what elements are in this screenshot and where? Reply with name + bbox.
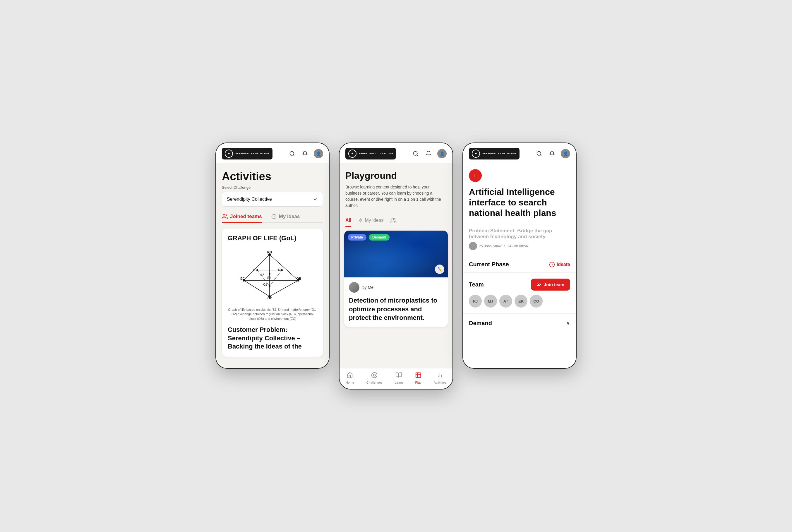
demand-row[interactable]: Demand ∧ (469, 320, 570, 327)
separator: • (504, 244, 505, 248)
gol-diagram: RB EC OB O2 S1 S2 S3 S4 O1 (228, 247, 317, 305)
svg-point-29 (281, 269, 283, 271)
avatar-1[interactable]: 👤 (314, 149, 323, 158)
select-challenge-label: Select Challenge (222, 185, 323, 190)
idea-card-body: by Me Detection of microplastics to opti… (344, 278, 448, 327)
search-icon-1[interactable] (288, 150, 296, 158)
nav-challenges-label: Challenges (366, 381, 382, 384)
playground-description: Browse learning content designed to help… (345, 184, 447, 209)
tab-my-ideas-label-2: My ideas (365, 218, 383, 223)
top-icons-1: 👤 (288, 149, 323, 158)
svg-text:S1: S1 (253, 268, 257, 271)
playground-content: Playground Browse learning content desig… (340, 163, 452, 368)
badge-private: Private (348, 234, 366, 241)
svg-point-40 (374, 374, 376, 376)
svg-point-44 (537, 152, 541, 155)
author-avatar-detail (469, 242, 477, 250)
nav-home-label: Home (346, 381, 354, 384)
ideate-icon (549, 262, 555, 267)
bell-icon-2[interactable] (425, 150, 433, 158)
top-bar-3: ✦ SERENDIPITY COLLECTIVE 👤 (463, 143, 576, 163)
svg-point-0 (290, 152, 294, 155)
svg-line-37 (362, 222, 362, 222)
svg-line-36 (359, 219, 359, 219)
idea-card: Private Demand ✏️ by Me Detection of mic… (344, 231, 448, 327)
tab-all[interactable]: All (345, 215, 351, 227)
detail-title: Artificial Intelligence interface to sea… (469, 187, 570, 218)
team-label: Team (469, 281, 484, 288)
member-at: AT (499, 295, 512, 307)
nav-home[interactable]: Home (346, 372, 354, 384)
svg-point-39 (372, 373, 377, 378)
challenge-value: Serendipity Collective (227, 197, 272, 202)
join-team-label: Join team (544, 282, 564, 287)
svg-line-26 (269, 270, 282, 286)
logo-text-3: SERENDIPITY COLLECTIVE (482, 152, 516, 155)
member-avatars: RJ MJ AT EK CO (469, 295, 570, 307)
bottom-nav: Home Challenges Learn (340, 368, 452, 389)
member-co: CO (530, 295, 543, 307)
activities-icon (437, 372, 443, 380)
phase-row: Current Phase Ideate (469, 261, 570, 268)
group-icon (391, 217, 396, 223)
svg-point-33 (360, 220, 362, 222)
nav-learn-label: Learn (395, 381, 403, 384)
edit-icon[interactable]: ✏️ (435, 265, 444, 274)
chevron-up-icon: ∧ (566, 320, 570, 327)
play-icon (415, 372, 421, 380)
top-bar-1: ✦ SERENDIPITY COLLECTIVE 👤 (216, 143, 329, 163)
bell-icon-3[interactable] (548, 150, 556, 158)
screen-playground: ✦ SERENDIPITY COLLECTIVE 👤 Pla (339, 142, 453, 390)
tab-all-label: All (345, 218, 351, 223)
problem-statement: Problem Statement: Bridge the gap betwee… (469, 228, 570, 240)
problem-section: Problem Statement: Bridge the gap betwee… (463, 223, 576, 255)
author-row: by Me (349, 282, 443, 292)
bell-icon-1[interactable] (301, 150, 309, 158)
svg-point-31 (269, 273, 270, 275)
nav-play-label: Play (415, 381, 421, 384)
avatar-2[interactable]: 👤 (437, 149, 447, 158)
logo-text-1: SERENDIPITY COLLECTIVE (235, 152, 269, 155)
problem-meta: by John Snow • 24-Jan 08:56 (469, 242, 570, 250)
activities-title: Activities (222, 170, 323, 183)
demand-section: Demand ∧ (463, 314, 576, 332)
nav-learn[interactable]: Learn (395, 372, 403, 384)
playground-title: Playground (345, 170, 447, 181)
search-icon-3[interactable] (535, 150, 543, 158)
avatar-3[interactable]: 👤 (561, 149, 570, 158)
demand-label: Demand (469, 320, 492, 327)
bulb-icon (358, 218, 363, 223)
my-ideas-label: My ideas (279, 214, 300, 220)
top-icons-2: 👤 (412, 149, 447, 158)
joined-teams-label: Joined teams (230, 214, 262, 220)
team-section: Team Join team RJ MJ AT EK CO (463, 273, 576, 314)
tab-group[interactable] (391, 214, 396, 227)
nav-play[interactable]: Play (415, 372, 421, 384)
member-rj: RJ (469, 295, 482, 307)
svg-point-28 (257, 269, 258, 271)
tab-my-ideas[interactable]: My ideas (271, 214, 300, 222)
badge-demand: Demand (369, 234, 390, 241)
back-button[interactable]: ← (469, 169, 482, 182)
svg-point-1 (223, 214, 225, 216)
team-icon (222, 214, 228, 220)
search-icon-2[interactable] (412, 150, 420, 158)
join-team-button[interactable]: Join team (531, 279, 570, 290)
logo-icon-3: ✦ (472, 150, 480, 158)
gol-title: GRAPH OF LIFE (GoL) (228, 234, 317, 242)
playground-tabs: All My ideas (340, 214, 452, 227)
tab-joined-teams[interactable]: Joined teams (222, 214, 262, 222)
post-date: 24-Jan 08:56 (508, 244, 528, 248)
detail-content: ← Artificial Intelligence interface to s… (463, 163, 576, 368)
challenge-select[interactable]: Serendipity Collective (222, 192, 323, 207)
svg-point-46 (538, 283, 539, 284)
svg-point-30 (269, 285, 270, 287)
tab-my-ideas-2[interactable]: My ideas (358, 215, 383, 227)
member-ek: EK (514, 295, 527, 307)
nav-activities[interactable]: Activities (434, 372, 446, 384)
author-byline: by John Snow (479, 244, 502, 248)
nav-challenges[interactable]: Challenges (366, 372, 382, 384)
customer-problem: Customer Problem: Serendipity Collective… (228, 326, 317, 351)
learn-icon (395, 372, 402, 380)
activities-tabs: Joined teams My ideas (222, 214, 323, 223)
